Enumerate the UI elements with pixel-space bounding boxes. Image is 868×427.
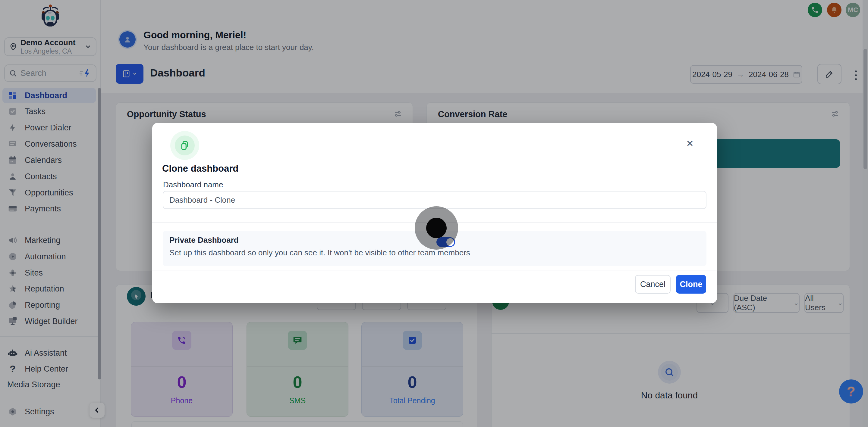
close-icon[interactable]: ✕ xyxy=(683,137,696,150)
cancel-button[interactable]: Cancel xyxy=(635,275,671,294)
clone-icon-badge xyxy=(175,135,195,155)
modal-title: Clone dashboard xyxy=(162,163,239,174)
dashboard-name-label: Dashboard name xyxy=(163,180,223,189)
clone-button[interactable]: Clone xyxy=(676,275,706,294)
clone-dashboard-modal: ✕ Clone dashboard Dashboard name Private… xyxy=(152,123,717,303)
modal-footer-divider xyxy=(152,270,717,270)
app-screen: Demo Account Los Angeles, CA Search Dash… xyxy=(0,0,868,427)
mouse-cursor xyxy=(426,218,447,238)
clone-copy-icon xyxy=(180,140,190,151)
private-dashboard-title: Private Dashboard xyxy=(169,235,239,245)
private-dashboard-description: Set up this dashboard so only you can se… xyxy=(169,248,470,258)
